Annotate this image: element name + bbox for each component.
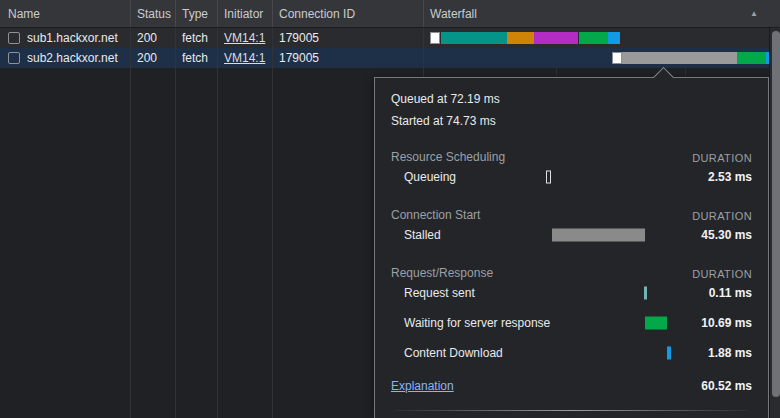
row-checkbox[interactable] — [8, 52, 20, 64]
queued-at-text: Queued at 72.19 ms — [391, 88, 752, 110]
started-at-text: Started at 74.73 ms — [391, 110, 752, 132]
section-request-response: Request/Response DURATION — [391, 258, 752, 280]
total-duration: 60.52 ms — [701, 379, 752, 393]
duration-column-label: DURATION — [692, 210, 752, 222]
stalled-bar — [552, 229, 645, 242]
timing-tooltip: Queued at 72.19 ms Started at 74.73 ms R… — [374, 77, 769, 418]
table-header: Name Status Type Initiator Connection ID… — [0, 0, 780, 28]
request-name: sub2.hackxor.net — [27, 51, 118, 65]
column-divider — [130, 28, 131, 418]
timing-row-queueing: Queueing 2.53 ms — [391, 164, 752, 190]
connection-id-value: 179005 — [279, 51, 319, 65]
section-title: Resource Scheduling — [391, 150, 505, 164]
timing-label: Queueing — [404, 170, 456, 185]
connection-id-value: 179005 — [279, 31, 319, 45]
explanation-link[interactable]: Explanation — [391, 379, 454, 393]
column-header-waterfall[interactable]: Waterfall ▲ — [424, 0, 780, 27]
network-panel: Name Status Type Initiator Connection ID… — [0, 0, 780, 418]
timing-value: 45.30 ms — [701, 228, 752, 242]
timing-label: Request sent — [404, 286, 475, 301]
status-cell: 200 — [131, 28, 176, 48]
timing-row-stalled: Stalled 45.30 ms — [391, 222, 752, 248]
queueing-segment — [612, 52, 622, 64]
column-header-connection-id-label: Connection ID — [279, 7, 355, 21]
name-cell: sub2.hackxor.net — [0, 48, 131, 68]
tooltip-footer: Explanation 60.52 ms — [391, 375, 752, 397]
column-header-type-label: Type — [182, 7, 208, 21]
type-value: fetch — [182, 51, 208, 65]
queueing-bar — [546, 171, 551, 184]
name-cell: sub1.hackxor.net — [0, 28, 131, 48]
connection-id-cell: 179005 — [273, 28, 424, 48]
timing-value: 1.88 ms — [708, 346, 752, 360]
timing-value: 0.11 ms — [709, 286, 752, 300]
scrollbar-thumb[interactable] — [772, 31, 780, 397]
waiting-bar — [645, 317, 667, 330]
status-value: 200 — [137, 31, 157, 45]
waterfall-lane — [424, 28, 780, 48]
type-cell: fetch — [176, 48, 218, 68]
timing-row-content-download: Content Download 1.88 ms — [391, 340, 752, 366]
timing-label: Content Download — [404, 346, 503, 361]
row-checkbox[interactable] — [8, 32, 20, 44]
column-divider — [217, 28, 218, 418]
content-download-segment — [608, 32, 620, 44]
connection-id-cell: 179005 — [273, 48, 424, 68]
initiator-cell: VM14:1 — [218, 28, 273, 48]
section-title: Connection Start — [391, 208, 480, 222]
table-row[interactable]: sub1.hackxor.net 200 fetch VM14:1 179005 — [0, 28, 780, 48]
initial-connection-segment — [507, 32, 534, 44]
initiator-link[interactable]: VM14:1 — [224, 51, 265, 65]
timing-label: Stalled — [404, 228, 441, 243]
column-header-initiator[interactable]: Initiator — [218, 0, 273, 27]
timing-row-waiting: Waiting for server response 10.69 ms — [391, 306, 752, 340]
type-cell: fetch — [176, 28, 218, 48]
duration-column-label: DURATION — [692, 152, 752, 164]
initiator-link[interactable]: VM14:1 — [224, 31, 265, 45]
timing-label: Waiting for server response — [404, 316, 550, 331]
stalled-segment — [622, 52, 737, 64]
column-header-type[interactable]: Type — [176, 0, 218, 27]
content-download-bar — [667, 347, 671, 360]
table-row[interactable]: sub2.hackxor.net 200 fetch VM14:1 179005 — [0, 48, 780, 68]
status-value: 200 — [137, 51, 157, 65]
column-header-waterfall-label: Waterfall — [430, 7, 477, 21]
column-divider — [272, 28, 273, 418]
section-title: Request/Response — [391, 266, 493, 280]
column-header-status-label: Status — [137, 7, 171, 21]
duration-column-label: DURATION — [692, 268, 752, 280]
column-header-initiator-label: Initiator — [224, 7, 263, 21]
waiting-ttfb-segment — [737, 52, 766, 64]
request-name: sub1.hackxor.net — [27, 31, 118, 45]
column-header-status[interactable]: Status — [131, 0, 176, 27]
column-header-name[interactable]: Name — [0, 0, 131, 27]
ssl-segment — [534, 32, 578, 44]
waiting-ttfb-segment — [579, 32, 608, 44]
tooltip-divider — [395, 410, 748, 411]
timing-value: 2.53 ms — [708, 170, 752, 184]
dns-lookup-segment — [441, 32, 507, 44]
column-header-name-label: Name — [8, 7, 40, 21]
timing-value: 10.69 ms — [701, 316, 752, 330]
type-value: fetch — [182, 31, 208, 45]
status-cell: 200 — [131, 48, 176, 68]
waterfall-lane — [424, 48, 780, 68]
column-divider — [175, 28, 176, 418]
sort-ascending-icon: ▲ — [750, 9, 758, 18]
queueing-segment — [430, 32, 440, 44]
vertical-scrollbar[interactable] — [769, 28, 780, 418]
section-connection-start: Connection Start DURATION — [391, 200, 752, 222]
request-sent-bar — [644, 287, 647, 300]
initiator-cell: VM14:1 — [218, 48, 273, 68]
timing-row-request-sent: Request sent 0.11 ms — [391, 280, 752, 306]
section-resource-scheduling: Resource Scheduling DURATION — [391, 142, 752, 164]
column-header-connection-id[interactable]: Connection ID — [273, 0, 424, 27]
